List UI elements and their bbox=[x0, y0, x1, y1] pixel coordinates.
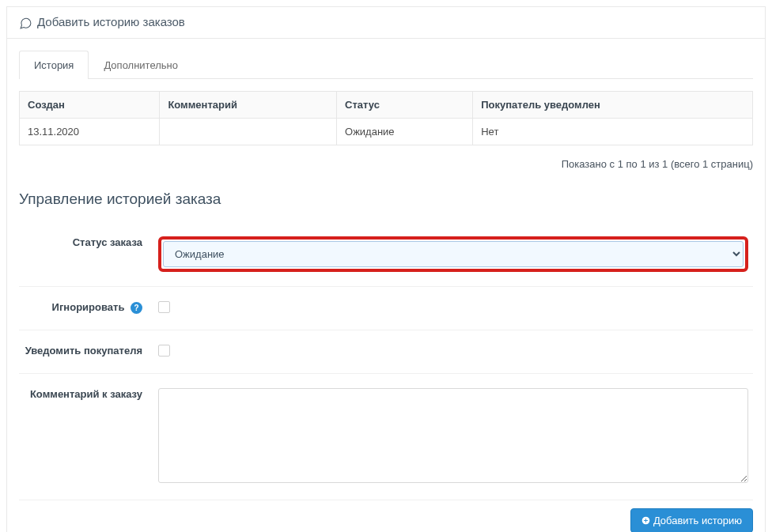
cell-created: 13.11.2020 bbox=[20, 118, 160, 145]
speech-bubble-icon bbox=[19, 17, 32, 30]
panel-heading: Добавить историю заказов bbox=[7, 7, 765, 39]
row-comment: Комментарий к заказу bbox=[19, 374, 753, 500]
table-header-row: Создан Комментарий Статус Покупатель уве… bbox=[20, 91, 753, 118]
label-ignore: Игнорировать bbox=[52, 301, 125, 313]
history-table: Создан Комментарий Статус Покупатель уве… bbox=[19, 91, 753, 145]
ignore-checkbox[interactable] bbox=[158, 301, 170, 313]
order-history-panel: Добавить историю заказов История Дополни… bbox=[6, 6, 766, 532]
row-status: Статус заказа Ожидание bbox=[19, 222, 753, 287]
button-row: Добавить историю bbox=[19, 500, 753, 532]
table-row: 13.11.2020 Ожидание Нет bbox=[20, 118, 753, 145]
plus-icon bbox=[641, 515, 650, 526]
add-history-label: Добавить историю bbox=[653, 515, 742, 526]
cell-comment bbox=[160, 118, 337, 145]
comment-textarea[interactable] bbox=[158, 388, 748, 483]
cell-status: Ожидание bbox=[337, 118, 473, 145]
add-history-button[interactable]: Добавить историю bbox=[630, 508, 753, 532]
row-notify: Уведомить покупателя bbox=[19, 330, 753, 374]
panel-title: Добавить историю заказов bbox=[37, 15, 185, 28]
tab-history[interactable]: История bbox=[19, 51, 89, 79]
cell-notified: Нет bbox=[473, 118, 753, 145]
col-notified: Покупатель уведомлен bbox=[473, 91, 753, 118]
label-status: Статус заказа bbox=[19, 222, 153, 286]
tabs: История Дополнительно bbox=[19, 51, 753, 79]
col-comment: Комментарий bbox=[160, 91, 337, 118]
label-comment: Комментарий к заказу bbox=[19, 374, 153, 500]
section-title: Управление историей заказа bbox=[19, 191, 753, 208]
status-highlight: Ожидание bbox=[158, 236, 748, 272]
help-icon[interactable]: ? bbox=[131, 302, 142, 314]
col-created: Создан bbox=[20, 91, 160, 118]
pagination-info: Показано с 1 по 1 из 1 (всего 1 страниц) bbox=[19, 153, 753, 173]
row-ignore: Игнорировать ? bbox=[19, 287, 753, 330]
col-status: Статус bbox=[337, 91, 473, 118]
notify-checkbox[interactable] bbox=[158, 345, 170, 357]
panel-body: История Дополнительно Создан Комментарий… bbox=[7, 39, 765, 532]
order-status-select[interactable]: Ожидание bbox=[163, 241, 744, 267]
label-notify: Уведомить покупателя bbox=[19, 330, 153, 373]
tab-additional[interactable]: Дополнительно bbox=[89, 51, 193, 79]
